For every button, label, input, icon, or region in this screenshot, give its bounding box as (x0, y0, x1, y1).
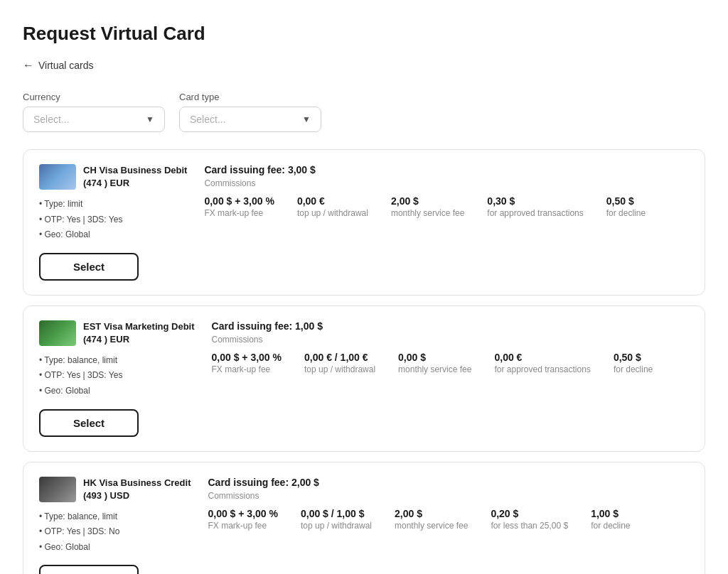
commission-desc: top up / withdrawal (304, 364, 375, 374)
card-geo-prop: • Geo: Global (39, 540, 191, 556)
commissions-row: 0,00 $ + 3,00 % FX mark-up fee 0,00 € / … (212, 352, 689, 374)
commission-desc: top up / withdrawal (301, 521, 372, 531)
commission-item: 2,00 $ monthly service fee (395, 508, 468, 531)
commission-item: 0,30 $ for approved transactions (487, 195, 583, 218)
card-properties: • Type: balance, limit • OTP: Yes | 3DS:… (39, 509, 191, 556)
commission-item: 1,00 $ for decline (591, 508, 630, 531)
commission-item: 2,00 $ monthly service fee (391, 195, 464, 218)
page-title: Request Virtual Card (23, 23, 705, 45)
filters-bar: Currency Select... ▼ Card type Select...… (23, 92, 705, 132)
commissions-row: 0,00 $ + 3,00 % FX mark-up fee 0,00 € to… (204, 195, 689, 218)
card-name: CH Visa Business Debit(474 ) EUR (83, 164, 187, 189)
commission-desc: for decline (591, 521, 630, 531)
card-type-prop: • Type: balance, limit (39, 353, 195, 369)
commission-item: 0,50 $ for decline (606, 195, 646, 218)
commissions-label: Commissions (204, 178, 689, 188)
issuing-fee: Card issuing fee: 3,00 $ (204, 164, 689, 175)
card-right: Card issuing fee: 1,00 $ Commissions 0,0… (212, 320, 689, 374)
card-left: EST Visa Marketing Debit(474 ) EUR • Typ… (39, 320, 195, 437)
card-otp-prop: • OTP: Yes | 3DS: No (39, 524, 191, 540)
currency-filter-group: Currency Select... ▼ (23, 92, 165, 132)
card-thumbnail-icon (39, 164, 76, 190)
commission-value: 0,00 $ / 1,00 $ (301, 508, 372, 519)
commission-item: 0,00 $ + 3,00 % FX mark-up fee (204, 195, 274, 218)
select-button-est-visa[interactable]: Select (39, 409, 139, 437)
commission-value: 0,00 € (494, 352, 590, 363)
commission-desc: monthly service fee (398, 364, 471, 374)
commission-desc: FX mark-up fee (208, 521, 277, 531)
card-otp-prop: • OTP: Yes | 3DS: Yes (39, 368, 195, 384)
card-item: HK Visa Business Credit(493 ) USD • Type… (23, 462, 705, 574)
card-name: HK Visa Business Credit(493 ) USD (83, 477, 191, 502)
card-type-filter-group: Card type Select... ▼ (179, 92, 321, 132)
commission-item: 0,20 $ for less than 25,00 $ (491, 508, 568, 531)
currency-placeholder: Select... (33, 114, 70, 125)
commission-desc: FX mark-up fee (212, 364, 282, 374)
card-left: HK Visa Business Credit(493 ) USD • Type… (39, 477, 191, 574)
card-right: Card issuing fee: 3,00 $ Commissions 0,0… (204, 164, 689, 218)
currency-dropdown[interactable]: Select... ▼ (23, 107, 165, 132)
card-header: CH Visa Business Debit(474 ) EUR (39, 164, 187, 190)
commission-desc: monthly service fee (395, 521, 468, 531)
card-thumbnail-icon (39, 320, 76, 346)
commission-value: 0,00 € / 1,00 € (304, 352, 375, 363)
commissions-label: Commissions (208, 491, 689, 501)
commission-desc: for approved transactions (487, 208, 583, 218)
card-header: EST Visa Marketing Debit(474 ) EUR (39, 320, 195, 346)
commission-item: 0,00 $ + 3,00 % FX mark-up fee (208, 508, 277, 531)
card-type-dropdown[interactable]: Select... ▼ (179, 107, 321, 132)
card-properties: • Type: balance, limit • OTP: Yes | 3DS:… (39, 353, 195, 399)
back-arrow-icon: ← (23, 59, 34, 72)
commission-value: 0,30 $ (487, 195, 583, 207)
commission-desc: FX mark-up fee (204, 208, 274, 218)
commission-value: 2,00 $ (395, 508, 468, 519)
card-right: Card issuing fee: 2,00 $ Commissions 0,0… (208, 477, 689, 531)
commission-desc: for less than 25,00 $ (491, 521, 568, 531)
card-type-chevron-icon: ▼ (302, 114, 311, 124)
commission-item: 0,00 $ monthly service fee (398, 352, 471, 374)
card-type-prop: • Type: balance, limit (39, 509, 191, 525)
card-thumbnail-icon (39, 477, 76, 502)
commission-desc: monthly service fee (391, 208, 464, 218)
currency-chevron-icon: ▼ (146, 114, 154, 124)
commission-item: 0,00 $ / 1,00 $ top up / withdrawal (301, 508, 372, 531)
back-link[interactable]: ← Virtual cards (23, 59, 94, 72)
commission-desc: for decline (614, 364, 653, 374)
commission-item: 0,00 $ + 3,00 % FX mark-up fee (212, 352, 282, 374)
back-link-label: Virtual cards (38, 60, 94, 71)
commission-desc: for approved transactions (494, 364, 590, 374)
commission-value: 0,50 $ (606, 195, 646, 207)
cards-list: CH Visa Business Debit(474 ) EUR • Type:… (23, 149, 705, 574)
card-type-label: Card type (179, 92, 321, 102)
issuing-fee: Card issuing fee: 1,00 $ (212, 320, 689, 332)
commission-value: 0,00 $ (398, 352, 471, 363)
card-item: EST Visa Marketing Debit(474 ) EUR • Typ… (23, 305, 705, 452)
card-left: CH Visa Business Debit(474 ) EUR • Type:… (39, 164, 187, 281)
card-name: EST Visa Marketing Debit(474 ) EUR (83, 320, 195, 345)
commission-value: 2,00 $ (391, 195, 464, 207)
card-properties: • Type: limit • OTP: Yes | 3DS: Yes • Ge… (39, 197, 187, 243)
commission-desc: for decline (606, 208, 646, 218)
commission-value: 1,00 $ (591, 508, 630, 519)
commission-item: 0,50 $ for decline (614, 352, 653, 374)
card-otp-prop: • OTP: Yes | 3DS: Yes (39, 212, 187, 228)
select-button-ch-visa[interactable]: Select (39, 253, 139, 281)
commission-value: 0,00 $ + 3,00 % (212, 352, 282, 363)
card-item: CH Visa Business Debit(474 ) EUR • Type:… (23, 149, 705, 296)
issuing-fee: Card issuing fee: 2,00 $ (208, 477, 689, 488)
commissions-row: 0,00 $ + 3,00 % FX mark-up fee 0,00 $ / … (208, 508, 689, 531)
commission-value: 0,20 $ (491, 508, 568, 519)
card-geo-prop: • Geo: Global (39, 227, 187, 243)
card-type-prop: • Type: limit (39, 197, 187, 212)
commission-value: 0,00 € (297, 195, 368, 207)
card-geo-prop: • Geo: Global (39, 384, 195, 399)
commissions-label: Commissions (212, 335, 689, 345)
currency-label: Currency (23, 92, 165, 102)
commission-value: 0,00 $ + 3,00 % (204, 195, 274, 207)
commission-value: 0,50 $ (614, 352, 653, 363)
card-type-placeholder: Select... (190, 114, 226, 125)
commission-item: 0,00 € for approved transactions (494, 352, 590, 374)
commission-value: 0,00 $ + 3,00 % (208, 508, 277, 519)
card-header: HK Visa Business Credit(493 ) USD (39, 477, 191, 502)
select-button-hk-visa[interactable]: Select (39, 565, 139, 574)
